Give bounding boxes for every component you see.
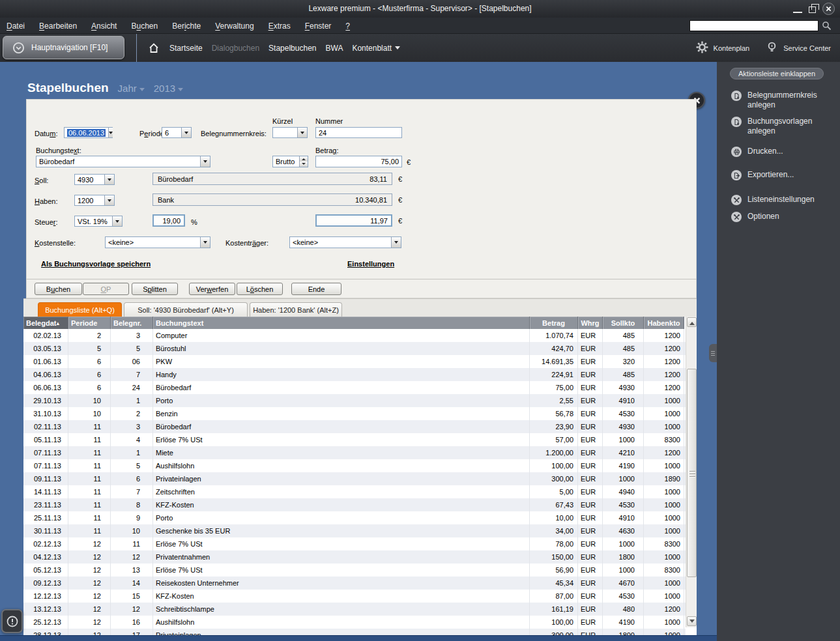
column-header-periode[interactable]: Periode — [68, 317, 111, 329]
close-button[interactable] — [822, 3, 835, 15]
minimize-button[interactable] — [793, 5, 802, 13]
table-row[interactable]: 28.12.131217Privateinlagen300,00EUR18001… — [23, 629, 686, 635]
table-row[interactable]: 25.12.131216Aushilfslohn100,00EUR4190100… — [23, 616, 686, 629]
tab-soll[interactable]: Soll: '4930 Bürobedarf' (Alt+Y) — [124, 302, 248, 317]
scroll-up-button[interactable] — [687, 317, 697, 327]
table-row[interactable]: 29.10.13101Porto2,55EUR49101000 — [23, 394, 686, 407]
nav-item-bwa[interactable]: BWA — [326, 44, 343, 53]
table-row[interactable]: 02.11.13113Bürobedarf23,90EUR49301000 — [23, 420, 686, 433]
year-value-dropdown[interactable]: 2013 — [154, 83, 183, 94]
nummer-input[interactable]: 24 — [315, 127, 402, 138]
table-row[interactable]: 05.11.13114Erlöse 7% USt57,00EUR10008300 — [23, 433, 686, 446]
table-row[interactable]: 30.11.131110Geschenke bis 35 EUR34,00EUR… — [23, 524, 686, 537]
table-row[interactable]: 05.12.131213Erlöse 7% USt56,90EUR1000830… — [23, 563, 686, 577]
menu-item-verwaltung[interactable]: Verwaltung — [215, 21, 253, 31]
year-dropdown[interactable]: Jahr — [118, 83, 145, 94]
info-button[interactable] — [1, 609, 23, 633]
table-row[interactable]: 14.11.13117Zeitschriften5,00EUR49401000 — [23, 485, 686, 498]
einstellungen-link[interactable]: Einstellungen — [347, 260, 394, 268]
column-header-belegdat[interactable]: Belegdat▴ — [23, 317, 68, 329]
sidebar-grip[interactable] — [709, 344, 717, 362]
table-row[interactable]: 13.12.131212Schreibtischlampe161,19EUR48… — [23, 603, 686, 616]
scrollbar-thumb[interactable] — [687, 369, 697, 577]
table-row[interactable]: 31.10.13102Benzin56,78EUR45301000 — [23, 407, 686, 420]
menu-item-buchen[interactable]: Buchen — [131, 21, 158, 31]
menu-item-bearbeiten[interactable]: Bearbeiten — [39, 21, 77, 31]
menu-item-datei[interactable]: Datei — [7, 21, 25, 31]
chevron-down-icon[interactable] — [391, 237, 401, 248]
periode-combo[interactable]: 6 — [162, 127, 192, 138]
table-row[interactable]: 23.11.13118KFZ-Kosten67,43EUR45301000 — [23, 498, 686, 511]
splitten-button[interactable]: Splitten — [132, 283, 178, 295]
table-row[interactable]: 02.02.1323Computer1.070,74EUR4851200 — [23, 329, 686, 342]
column-header-habenkto[interactable]: Habenkto — [644, 317, 684, 329]
vertical-scrollbar[interactable] — [686, 317, 697, 627]
chevron-down-icon[interactable] — [108, 128, 113, 137]
chevron-down-icon[interactable] — [200, 237, 210, 248]
buchen-button[interactable]: Buchen — [35, 283, 82, 295]
table-row[interactable]: 25.11.13119Porto10,00EUR49101000 — [23, 511, 686, 524]
chevron-down-icon[interactable] — [112, 216, 122, 226]
sidebar-action-drucken[interactable]: Drucken... — [731, 147, 783, 157]
verwerfen-button[interactable]: Verwerfen — [189, 283, 235, 295]
tab-buchungsliste[interactable]: Buchungsliste (Alt+Q) — [38, 302, 122, 317]
column-header-whrg[interactable]: Whrg — [578, 317, 603, 329]
table-row[interactable]: 06.06.13624Bürobedarf75,00EUR49301200 — [23, 381, 686, 394]
table-row[interactable]: 03.05.1355Bürostuhl424,70EUR4851200 — [23, 342, 686, 355]
menu-item-fenster[interactable]: Fenster — [305, 21, 332, 31]
column-header-betrag[interactable]: Betrag — [530, 317, 578, 329]
chevron-down-icon[interactable] — [297, 128, 307, 137]
steuer-betrag-input[interactable]: 11,97 — [315, 214, 392, 227]
sidebar-action-listeneinstellungen[interactable]: Listeneinstellungen — [731, 195, 815, 205]
nav-item-stapelbuchen[interactable]: Stapelbuchen — [268, 44, 316, 53]
restore-button[interactable] — [809, 5, 816, 13]
menu-item-ansicht[interactable]: Ansicht — [91, 21, 117, 31]
kuerzel-combo[interactable] — [272, 127, 308, 138]
kontenplan-button[interactable]: Kontenplan — [695, 40, 750, 55]
spinner-buttons[interactable] — [299, 156, 308, 167]
table-row[interactable]: 07.11.13115Aushilfslohn100,00EUR41901000 — [23, 459, 686, 472]
table-row[interactable]: 12.12.131215KFZ-Kosten87,00EUR45301000 — [23, 590, 686, 603]
collapse-sidebar-button[interactable]: Aktionsleiste einklappen — [730, 68, 824, 79]
haben-konto-combo[interactable]: 1200 — [74, 195, 115, 206]
sidebar-action-exportieren[interactable]: Exportieren... — [731, 170, 794, 180]
betrag-input[interactable]: 75,00 — [315, 156, 402, 167]
table-row[interactable]: 04.12.131212Privatentnahmen150,00EUR1800… — [23, 550, 686, 563]
steuer-combo[interactable]: VSt. 19% — [74, 216, 123, 227]
soll-konto-combo[interactable]: 4930 — [74, 174, 115, 185]
chevron-down-icon[interactable] — [104, 175, 114, 184]
search-input[interactable] — [689, 20, 818, 31]
kostentraeger-combo[interactable]: <keine> — [289, 236, 401, 248]
table-row[interactable]: 04.06.1367Handy224,91EUR4851200 — [23, 368, 686, 381]
column-header-sollkto[interactable]: Sollkto — [603, 317, 644, 329]
menu-item-extras[interactable]: Extras — [268, 21, 291, 31]
ende-button[interactable]: Ende — [291, 283, 341, 295]
brutto-spinner[interactable]: Brutto — [272, 156, 308, 167]
chevron-down-icon[interactable] — [104, 195, 114, 205]
menu-item-item[interactable]: ? — [345, 21, 350, 31]
buchungstext-combo[interactable]: Bürobedarf — [36, 156, 210, 167]
scroll-down-button[interactable] — [687, 616, 697, 626]
sidebar-action-belegnummernkreis-anlegen[interactable]: Belegnummernkreis anlegen — [731, 91, 829, 110]
sidebar-action-optionen[interactable]: Optionen — [731, 212, 779, 222]
steuer-prozent-input[interactable]: 19,00 — [152, 214, 185, 227]
kostenstelle-combo[interactable]: <keine> — [105, 236, 210, 248]
menu-item-berichte[interactable]: Berichte — [172, 21, 201, 31]
table-row[interactable]: 07.11.13111Miete1.200,00EUR42101200 — [23, 446, 686, 459]
nav-item-kontenblatt[interactable]: Kontenblatt — [352, 44, 400, 53]
sidebar-action-buchungsvorlagen-anlegen[interactable]: Buchungsvorlagen anlegen — [731, 117, 829, 136]
datum-field[interactable]: 06.06.2013 — [64, 127, 113, 138]
column-header-belegnr[interactable]: Belegnr. — [111, 317, 153, 329]
hauptnav-button[interactable]: Hauptnavigation [F10] — [3, 36, 124, 59]
save-as-template-link[interactable]: Als Buchungsvorlage speichern — [41, 260, 151, 268]
table-row[interactable]: 02.12.131211Erlöse 7% USt78,00EUR1000830… — [23, 537, 686, 550]
tab-haben[interactable]: Haben: '1200 Bank' (Alt+Z) — [250, 302, 342, 317]
table-row[interactable]: 09.12.131214Reisekosten Unternehmer45,34… — [23, 577, 686, 590]
service-center-button[interactable]: Service Center — [765, 40, 831, 55]
chevron-down-icon[interactable] — [181, 128, 191, 137]
table-row[interactable]: 01.06.13606PKW14.691,35EUR3201200 — [23, 355, 686, 368]
column-header-buchungstext[interactable]: Buchungstext — [153, 317, 530, 329]
nav-item-startseite[interactable]: Startseite — [169, 44, 203, 53]
l-schen-button[interactable]: Löschen — [237, 283, 283, 295]
search-icon[interactable] — [822, 21, 832, 33]
